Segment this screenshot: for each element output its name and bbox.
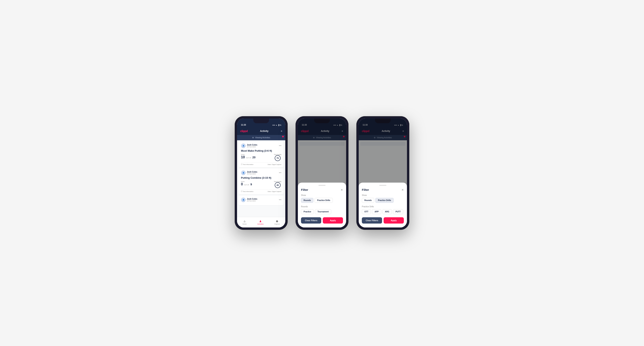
score-label-2: Score [241,181,252,182]
close-button-3[interactable]: ✕ [402,188,404,191]
card-header-3: 👤 Josh Coles 28 Feb 2023 ••• [241,197,282,202]
viewing-bar-1[interactable]: ⚙ Viewing Activities [237,135,285,140]
activity-title-1: Must Make Putting (3-6 ft) [241,149,282,152]
tournament-btn-2[interactable]: Tournament [315,209,331,214]
tab-activities-label: Activities [258,223,264,225]
data-source-1: Data: Clippd Capture [268,164,282,165]
sq-label-1: Shot Quality [274,154,282,155]
tab-activities[interactable]: ♟ Activities [258,220,264,225]
sq-label-2: Shot Quality [274,181,282,182]
tab-bar-1: ⌂ Home ♟ Activities ⊕ Capture [237,217,285,227]
putt-btn[interactable]: PUTT [393,209,403,214]
battery-pct: 51 [280,124,282,126]
tab-home-label: Home [242,223,246,225]
status-icons-1: ●●● ▲ ▐ 51 [272,124,282,126]
info-link-1[interactable]: ⓘ Test Information [241,164,253,165]
notch-1 [253,119,269,123]
phone-2: 11:33 ●●● ▲ ▐ 51 clippd Activity ≡ ⚙ Vie… [296,116,348,230]
card-header-2: 👤 Josh Coles 28 Feb 2023 ••• [241,171,282,175]
show-label-3: Show [362,194,404,196]
time-1: 11:33 [241,124,246,126]
card-header-1: 👤 Josh Coles 28 Feb 2023 ••• [241,143,282,148]
hamburger-1[interactable]: ≡ [281,130,282,133]
user-info-1: 👤 Josh Coles 28 Feb 2023 [241,143,257,148]
avatar-3: 👤 [241,197,246,202]
phone-3: 11:33 ●●● ▲ ▐ 51 clippd Activity ≡ ⚙ Vie… [356,116,409,230]
filter-modal-3: Filter ✕ Show Rounds Practice Drills Pra… [359,182,407,227]
clear-filters-btn-3[interactable]: Clear Filters [362,217,382,223]
user-date-3: 28 Feb 2023 [247,200,257,202]
total-value-1: 20 [252,156,256,159]
user-name-1: Josh Coles [247,144,257,146]
drills-section-3: Practice Drills OTT APP ARG PUTT [362,205,404,214]
drills-buttons-3: OTT APP ARG PUTT [362,209,404,214]
viewing-label-1: Viewing Activities [255,137,270,139]
sq-badge-1: 75 [275,155,280,161]
phone-1: 11:33 ●●● ▲ ▐ 51 clippd Activity ≡ ⚙ Vie… [235,116,288,230]
notification-dot-1 [282,136,284,137]
avatar-1: 👤 [241,143,246,148]
rounds-buttons-2: Practice Tournament [301,209,343,214]
home-icon: ⌂ [244,220,245,223]
close-button-2[interactable]: ✕ [341,188,343,191]
user-name-3: Josh Coles [247,198,257,200]
filter-modal-2: Filter ✕ Show Rounds Practice Drills Rou… [298,182,346,227]
rounds-show-btn-2[interactable]: Rounds [301,198,313,203]
user-details-2: Josh Coles 28 Feb 2023 [247,171,257,175]
score-value-2: 0 [241,182,243,186]
logo-1: clippd [240,130,248,133]
practice-btn-2[interactable]: Practice [301,209,314,214]
avatar-img-2: 👤 [241,171,246,175]
activity-card-2: 👤 Josh Coles 28 Feb 2023 ••• Putting Com… [238,169,284,194]
apply-btn-3[interactable]: Apply [384,217,404,223]
user-name-2: Josh Coles [247,171,257,173]
app-btn[interactable]: APP [372,209,381,214]
card-menu-2[interactable]: ••• [279,172,282,174]
practice-drills-show-btn-2[interactable]: Practice Drills [314,198,333,203]
battery-icon: ▐ [278,124,279,126]
card-footer-2: ⓘ Test Information Data: Clippd Capture [241,189,282,192]
score-label-1: Score [241,154,256,155]
show-buttons-3: Rounds Practice Drills [362,198,404,203]
user-date-1: 28 Feb 2023 [247,146,257,148]
total-value-2: 9 [250,183,252,186]
activity-card-1: 👤 Josh Coles 28 Feb 2023 ••• Must Make P… [238,142,284,167]
tab-capture[interactable]: ⊕ Capture [274,220,280,225]
apply-btn-2[interactable]: Apply [323,217,343,223]
modal-handle-3 [379,185,386,186]
modal-header-2: Filter ✕ [301,188,343,191]
shot-quality-group-2: Shot Quality 45 [274,181,282,188]
show-section-2: Show Rounds Practice Drills [301,194,343,203]
tab-home[interactable]: ⌂ Home [242,220,246,225]
activity-card-3: 👤 Josh Coles 28 Feb 2023 ••• [238,195,284,205]
out-of-2: OUT OF [244,184,249,185]
modal-footer-3: Clear Filters Apply [362,217,404,223]
stats-row-2: Score 0 OUT OF 9 Shot Quality 45 [241,181,282,188]
signal-icon: ●●● [272,124,275,126]
info-link-2[interactable]: ⓘ Test Information [241,190,253,192]
wifi-icon: ▲ [276,124,278,126]
rounds-show-btn-3[interactable]: Rounds [362,198,374,203]
modal-handle-2 [318,185,326,186]
arg-btn[interactable]: ARG [382,209,392,214]
activity-list: 👤 Josh Coles 28 Feb 2023 ••• Must Make P… [237,140,285,217]
user-info-3: 👤 Josh Coles 28 Feb 2023 [241,197,257,202]
user-date-2: 28 Feb 2023 [247,173,257,175]
nav-title-1: Activity [260,130,268,133]
avatar-2: 👤 [241,171,246,175]
sq-badge-2: 45 [275,182,280,188]
card-menu-1[interactable]: ••• [279,144,282,147]
ott-btn[interactable]: OTT [362,209,371,214]
score-value-1: 10 [241,155,245,159]
stats-row-1: Score 10 OUT OF 20 Shot Quality 75 [241,154,282,161]
rounds-label-2: Rounds [301,205,343,208]
user-info-2: 👤 Josh Coles 28 Feb 2023 [241,171,257,175]
clear-filters-btn-2[interactable]: Clear Filters [301,217,321,223]
card-footer-1: ⓘ Test Information Data: Clippd Capture [241,162,282,165]
score-group-2: Score 0 OUT OF 9 [241,181,252,186]
card-menu-3[interactable]: ••• [279,198,282,201]
score-group-1: Score 10 OUT OF 20 [241,154,256,159]
modal-overlay-2: Filter ✕ Show Rounds Practice Drills Rou… [298,119,346,227]
show-section-3: Show Rounds Practice Drills [362,194,404,203]
practice-drills-show-btn-3[interactable]: Practice Drills [375,198,394,203]
